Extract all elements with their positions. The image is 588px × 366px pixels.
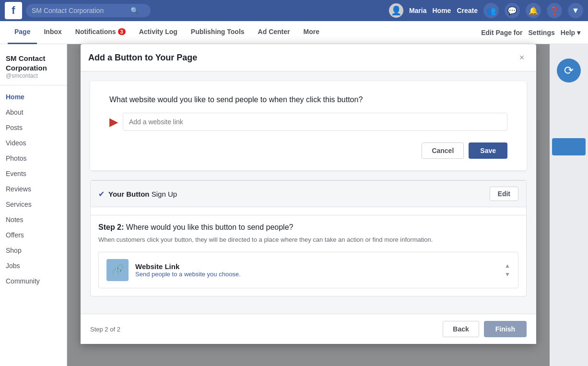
sidebar-nav: Home About Posts Videos Photos Events Re… [0, 85, 67, 293]
link-emoji-icon: 🔗 [111, 264, 124, 276]
nav-right: 👤 Maria Home Create 👥 💬 🔔 ❓ ▼ [389, 3, 583, 18]
sidebar-item-community[interactable]: Community [0, 273, 67, 289]
your-button-text: Your Button Sign Up [108, 190, 177, 198]
scroll-up-icon[interactable]: ▲ [505, 262, 510, 269]
step-indicator: Step 2 of 2 [90, 326, 120, 333]
messenger-icon-btn[interactable]: 💬 [505, 3, 520, 18]
content-area: Previ 👍 Lik... n Up Add a Button to Your… [67, 44, 550, 366]
page-handle: @smcontact [6, 72, 61, 79]
page-wrapper: Page Inbox Notifications 3 Activity Log … [0, 21, 588, 366]
your-button-value: Sign Up [152, 190, 177, 198]
sidebar-item-offers[interactable]: Offers [0, 227, 67, 243]
arrow-right-icon: ▶ [109, 115, 118, 129]
step2-description: When customers click your button, they w… [98, 236, 518, 244]
modal-body: What website would you like to send peop… [81, 71, 536, 314]
edit-button[interactable]: Edit [490, 187, 518, 201]
sidebar-item-notes[interactable]: Notes [0, 212, 67, 227]
your-button-row: ✔ Your Button Sign Up Edit [91, 180, 526, 207]
sidebar-item-shop[interactable]: Shop [0, 243, 67, 258]
website-link-input[interactable] [123, 113, 507, 131]
back-button[interactable]: Back [443, 321, 479, 337]
sidebar-item-videos[interactable]: Videos [0, 135, 67, 151]
website-link-card[interactable]: 🔗 Website Link Send people to a website … [98, 252, 518, 288]
modal-actions: Cancel Save [109, 142, 507, 159]
step2-section: Step 2: Where would you like this button… [91, 215, 526, 296]
help-link[interactable]: Help ▾ [561, 29, 580, 36]
notifications-badge: 3 [118, 28, 126, 35]
right-blue-bar [552, 138, 586, 155]
step2-title-bold: Step 2: [98, 223, 124, 231]
your-button-label: Your Button [108, 190, 150, 198]
modal-footer: Step 2 of 2 Back Finish [81, 314, 536, 344]
settings-link[interactable]: Settings [529, 29, 555, 36]
sidebar: SM Contact Corporation @smcontact Home A… [0, 44, 67, 366]
link-card-description: Send people to a website you choose. [135, 271, 241, 278]
sidebar-item-about[interactable]: About [0, 105, 67, 120]
sec-nav-notifications[interactable]: Notifications 3 [69, 21, 132, 44]
people-icon-btn[interactable]: 👥 [483, 3, 499, 18]
scroll-down-icon[interactable]: ▼ [505, 271, 510, 278]
cancel-button[interactable]: Cancel [422, 142, 464, 159]
sidebar-page-info: SM Contact Corporation @smcontact [0, 50, 67, 85]
page-name: SM Contact Corporation [6, 54, 61, 72]
secondary-navigation: Page Inbox Notifications 3 Activity Log … [0, 21, 588, 44]
edit-page-link[interactable]: Edit Page for [481, 29, 522, 36]
search-bar[interactable]: 🔍 [26, 4, 151, 17]
right-panel: ⟳ [550, 44, 588, 366]
sec-nav-right: Edit Page for Settings Help ▾ [481, 29, 580, 36]
check-icon: ✔ [98, 189, 105, 199]
bell-icon-btn[interactable]: 🔔 [526, 3, 541, 18]
top-navigation: f 🔍 👤 Maria Home Create 👥 💬 🔔 ❓ ▼ [0, 0, 588, 21]
modal-header: Add a Button to Your Page × [81, 44, 536, 71]
save-button[interactable]: Save [469, 142, 507, 159]
sidebar-item-services[interactable]: Services [0, 197, 67, 212]
sidebar-item-home[interactable]: Home [0, 89, 67, 105]
main-content: SM Contact Corporation @smcontact Home A… [0, 44, 588, 366]
sidebar-item-jobs[interactable]: Jobs [0, 258, 67, 273]
facebook-logo: f [5, 2, 22, 19]
sec-nav-more[interactable]: More [296, 21, 326, 44]
caret-down-icon-btn[interactable]: ▼ [568, 3, 583, 18]
inner-modal: What website would you like to send peop… [90, 81, 527, 170]
nav-link-home[interactable]: Home [433, 7, 451, 14]
sec-nav-publishing[interactable]: Publishing Tools [184, 21, 251, 44]
sidebar-item-posts[interactable]: Posts [0, 120, 67, 135]
sidebar-item-reviews[interactable]: Reviews [0, 181, 67, 197]
scroll-arrows: ▲ ▼ [505, 262, 510, 278]
modal-overlay: Add a Button to Your Page × What website… [67, 44, 550, 366]
nav-username: Maria [409, 7, 427, 14]
link-card-text: Website Link Send people to a website yo… [135, 262, 241, 278]
sec-nav-activity[interactable]: Activity Log [132, 21, 184, 44]
step2-title: Step 2: Where would you like this button… [98, 223, 518, 232]
close-button[interactable]: × [515, 51, 529, 64]
link-icon: 🔗 [106, 259, 129, 281]
link-card-title: Website Link [135, 262, 241, 271]
modal-title: Add a Button to Your Page [88, 53, 197, 63]
add-button-modal: Add a Button to Your Page × What website… [81, 44, 536, 344]
finish-button[interactable]: Finish [484, 321, 527, 337]
sec-nav-page[interactable]: Page [8, 21, 37, 44]
search-icon: 🔍 [130, 7, 139, 14]
avatar: 👤 [389, 3, 403, 18]
sidebar-item-events[interactable]: Events [0, 166, 67, 181]
help-icon-btn[interactable]: ❓ [547, 3, 562, 18]
footer-actions: Back Finish [443, 321, 527, 337]
step2-title-rest: Where would you like this button to send… [126, 223, 294, 231]
sec-nav-ad-center[interactable]: Ad Center [251, 21, 297, 44]
sec-nav-inbox[interactable]: Inbox [37, 21, 68, 44]
sidebar-item-photos[interactable]: Photos [0, 151, 67, 166]
right-panel-icon: ⟳ [557, 59, 581, 83]
modal-question: What website would you like to send peop… [109, 95, 507, 104]
website-input-row: ▶ [109, 113, 507, 131]
search-input[interactable] [32, 7, 128, 14]
nav-link-create[interactable]: Create [457, 7, 478, 14]
